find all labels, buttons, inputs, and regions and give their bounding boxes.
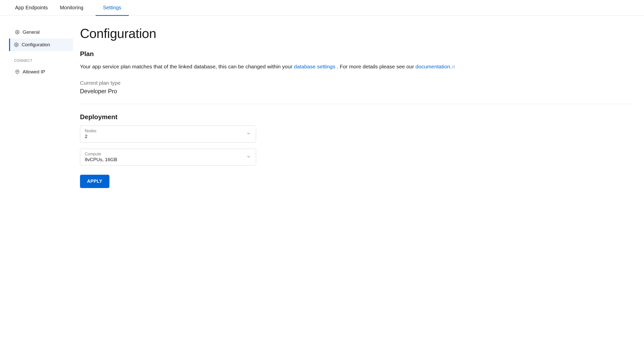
compute-select-label: Compute [85, 152, 251, 156]
svg-point-0 [17, 32, 18, 33]
nodes-select-label: Nodes [85, 129, 251, 133]
documentation-link[interactable]: documentation. [416, 64, 455, 69]
compute-select[interactable]: Compute 8vCPUs, 16GB [80, 149, 256, 166]
svg-point-2 [17, 71, 18, 72]
external-link-icon [452, 65, 455, 68]
gear-icon [15, 30, 20, 34]
chevron-down-icon [246, 154, 251, 160]
sidebar-item-configuration[interactable]: Configuration [9, 38, 73, 51]
chevron-down-icon [246, 131, 251, 137]
plan-desc-text: Your app service plan matches that of th… [80, 64, 294, 69]
tab-settings[interactable]: Settings [96, 0, 129, 16]
svg-line-3 [453, 66, 455, 67]
sidebar-item-allowed-ip[interactable]: Allowed IP [9, 66, 73, 78]
compute-select-value: 8vCPUs, 16GB [85, 157, 251, 162]
main-content: Configuration Plan Your app service plan… [73, 26, 644, 188]
sidebar-item-general[interactable]: General [9, 26, 73, 38]
top-tabs: App Endpoints Monitoring Settings [0, 0, 644, 16]
deployment-heading: Deployment [80, 113, 634, 121]
apply-button[interactable]: APPLY [80, 175, 109, 188]
sidebar: General Configuration CONNECT Allowed IP [0, 26, 73, 188]
tab-app-endpoints[interactable]: App Endpoints [15, 0, 48, 16]
database-settings-link[interactable]: database settings [294, 64, 335, 69]
nodes-select-value: 2 [85, 134, 251, 139]
tab-monitoring[interactable]: Monitoring [60, 0, 83, 16]
svg-point-1 [16, 44, 17, 46]
current-plan-label: Current plan type [80, 80, 634, 86]
sidebar-item-label: General [23, 29, 40, 35]
page-title: Configuration [80, 26, 634, 41]
current-plan-value: Developer Pro [80, 88, 634, 95]
sidebar-item-label: Configuration [22, 42, 50, 48]
location-pin-icon [15, 70, 20, 74]
nodes-select[interactable]: Nodes 2 [80, 125, 256, 143]
sidebar-section-connect: CONNECT [9, 51, 73, 66]
gear-icon [14, 42, 19, 47]
divider [80, 104, 634, 104]
plan-description: Your app service plan matches that of th… [80, 62, 634, 71]
plan-desc-text: . For more details please see our [337, 64, 416, 69]
plan-heading: Plan [80, 50, 634, 58]
sidebar-item-label: Allowed IP [23, 69, 45, 75]
